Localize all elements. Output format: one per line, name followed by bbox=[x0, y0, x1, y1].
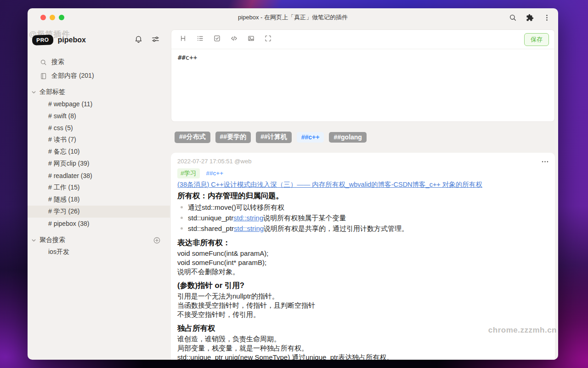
note-heading: 独占所有权 bbox=[177, 323, 548, 333]
sidebar-header: PRO pipebox bbox=[28, 33, 170, 47]
note-tags: #学习##c++ bbox=[177, 168, 548, 178]
note-tag[interactable]: #学习 bbox=[177, 168, 200, 178]
tag-chip[interactable]: ##计算机 bbox=[256, 132, 292, 143]
pro-badge: PRO bbox=[32, 34, 53, 46]
main-panel: 保存 ##c++ ##分布式##要学的##计算机##c++##golang 20… bbox=[170, 27, 558, 360]
note-paragraph: void someFunc(int& paramA); bbox=[177, 249, 548, 258]
checkbox-icon[interactable] bbox=[213, 34, 221, 44]
note-text: std::unique_ptr bbox=[188, 214, 233, 222]
note-paragraph: std::unique_ptr uniq(new SomeType) 通过uni… bbox=[177, 353, 548, 360]
note-tag[interactable]: ##c++ bbox=[206, 169, 227, 178]
notebook-icon bbox=[40, 73, 47, 80]
note-timestamp: 2022-07-27 17:05:51 @web bbox=[177, 158, 251, 165]
note-paragraph: 局部变量，栈变量，就是一种独占所有权。 bbox=[177, 344, 548, 353]
bell-icon[interactable] bbox=[134, 35, 143, 46]
sidebar-item-tag[interactable]: # pipebox (38) bbox=[28, 218, 170, 230]
note-source-link[interactable]: (38条消息) C++设计模式由浅入深（三）—— 内存所有权_wbvalid的博… bbox=[177, 180, 548, 189]
filter-settings-icon[interactable] bbox=[151, 35, 160, 46]
titlebar: pipebox - 在网页上「真正」做笔记的插件 bbox=[28, 8, 558, 27]
fullscreen-icon[interactable] bbox=[264, 34, 272, 44]
window-title: pipebox - 在网页上「真正」做笔记的插件 bbox=[28, 8, 558, 27]
note-list-item: std::unique_ptrstd::string说明所有权独属于某个变量 bbox=[177, 213, 548, 223]
sidebar-item-all-content[interactable]: 全部内容 (201) bbox=[28, 70, 170, 82]
inline-link[interactable]: std::string bbox=[233, 214, 263, 222]
editor-content[interactable]: ##c++ bbox=[171, 49, 554, 121]
sidebar-group-label: 聚合搜索 bbox=[40, 236, 65, 244]
note-paragraph: 引用是一个无法为nullptr的指针。 bbox=[177, 292, 548, 301]
sidebar-group-all-tags[interactable]: 全部标签 bbox=[28, 86, 170, 98]
sidebar-item-tag[interactable]: # 随感 (18) bbox=[28, 194, 170, 206]
note-text: 通过std::move()可以转移所有权 bbox=[188, 203, 284, 211]
tag-chip[interactable]: ##golang bbox=[329, 132, 366, 143]
search-page-icon[interactable] bbox=[509, 14, 517, 22]
sidebar-group-agg-search[interactable]: 聚合搜索 bbox=[28, 234, 170, 246]
sidebar-tags: # webpage (11)# swift (8)# css (5)# 读书 (… bbox=[28, 98, 170, 230]
note-editor: 保存 ##c++ bbox=[171, 29, 555, 122]
note-paragraph: 谁创造，谁销毁，负责生命周期。 bbox=[177, 334, 548, 344]
app-name: pipebox bbox=[58, 36, 86, 44]
chevron-down-icon bbox=[31, 90, 36, 95]
note-body: 所有权：内存管理的归属问题。通过std::move()可以转移所有权std::u… bbox=[177, 191, 548, 360]
sidebar-item-label: 全部内容 (201) bbox=[51, 72, 94, 80]
code-icon[interactable] bbox=[230, 34, 238, 44]
note-list-item: std::shared_ptrstd::string说明所有权是共享的，通过引用… bbox=[177, 223, 548, 234]
note-text: 说明所有权是共享的，通过引用计数方式管理。 bbox=[264, 224, 408, 232]
note-paragraph: 不接受空指针时，传引用。 bbox=[177, 310, 548, 319]
note-heading: 所有权：内存管理的归属问题。 bbox=[177, 191, 548, 200]
note-text: std::shared_ptr bbox=[188, 224, 234, 232]
tag-chips-row: ##分布式##要学的##计算机##c++##golang bbox=[175, 131, 558, 143]
tag-chip[interactable]: ##要学的 bbox=[215, 132, 251, 143]
kebab-menu-icon[interactable] bbox=[543, 14, 551, 22]
sidebar-item-tag[interactable]: # 工作 (15) bbox=[28, 182, 170, 194]
heading-icon[interactable] bbox=[179, 34, 187, 44]
sidebar-item-tag[interactable]: # 备忘 (10) bbox=[28, 146, 170, 158]
note-paragraph: 说明不会删除对象。 bbox=[177, 267, 548, 276]
search-icon bbox=[40, 59, 47, 66]
note-card: 2022-07-27 17:05:51 @web #学习##c++ (38条消息… bbox=[171, 153, 555, 360]
add-search-icon[interactable] bbox=[153, 236, 161, 244]
sidebar-item-tag[interactable]: # readlater (38) bbox=[28, 170, 170, 182]
note-paragraph: void someFunc(int* paramB); bbox=[177, 258, 548, 267]
sidebar-item-search[interactable]: 搜索 bbox=[28, 56, 170, 68]
note-heading: (参数)指针 or 引用? bbox=[177, 281, 548, 290]
tag-chip[interactable]: ##c++ bbox=[297, 132, 324, 143]
chevron-down-icon bbox=[31, 238, 36, 243]
sidebar-group-label: 全部标签 bbox=[40, 88, 65, 96]
sidebar-item-tag[interactable]: # swift (8) bbox=[28, 110, 170, 122]
inline-link[interactable]: std::string bbox=[234, 224, 264, 232]
sidebar-agg-items: ios开发 bbox=[28, 246, 170, 258]
sidebar-item-tag[interactable]: # webpage (11) bbox=[28, 98, 170, 110]
note-list-item: 通过std::move()可以转移所有权 bbox=[177, 202, 548, 213]
editor-toolbar: 保存 bbox=[171, 30, 554, 49]
sidebar-item-tag[interactable]: # 网页clip (39) bbox=[28, 158, 170, 170]
sidebar-item-tag[interactable]: # css (5) bbox=[28, 122, 170, 134]
note-heading: 表达非所有权： bbox=[177, 238, 548, 247]
note-paragraph: 当函数接受空指针时，传指针，且判断空指针 bbox=[177, 301, 548, 310]
extensions-puzzle-icon[interactable] bbox=[526, 14, 534, 22]
image-icon[interactable] bbox=[247, 34, 255, 44]
list-icon[interactable] bbox=[196, 34, 204, 44]
save-button[interactable]: 保存 bbox=[524, 33, 549, 46]
sidebar-item-tag[interactable]: # 学习 (26) bbox=[28, 206, 170, 218]
note-text: 说明所有权独属于某个变量 bbox=[263, 214, 346, 222]
app-window: pipebox - 在网页上「真正」做笔记的插件 @极简插件 PRO pipeb… bbox=[28, 8, 558, 360]
more-options-icon[interactable] bbox=[542, 159, 548, 163]
tag-chip[interactable]: ##分布式 bbox=[175, 132, 210, 143]
sidebar-item-agg-search[interactable]: ios开发 bbox=[28, 246, 170, 258]
sidebar: @极简插件 PRO pipebox 搜索 bbox=[28, 27, 170, 360]
sidebar-item-tag[interactable]: # 读书 (7) bbox=[28, 134, 170, 146]
sidebar-item-label: 搜索 bbox=[51, 58, 64, 66]
